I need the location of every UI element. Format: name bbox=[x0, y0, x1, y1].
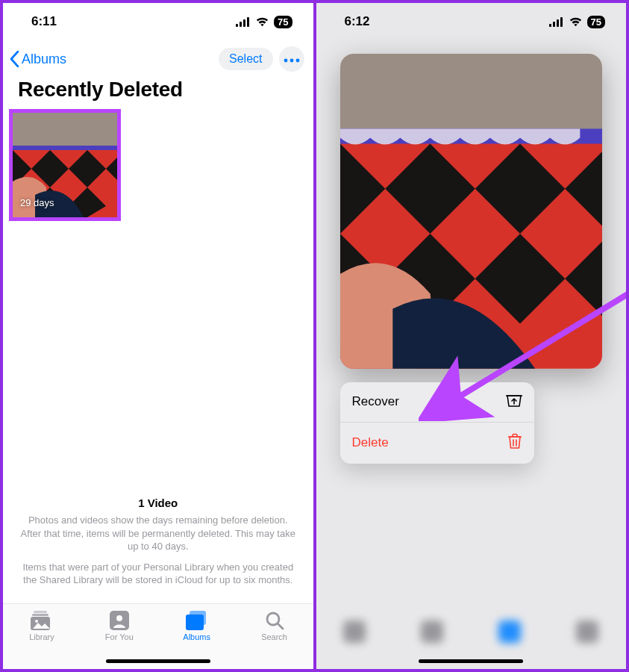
svg-point-22 bbox=[116, 615, 122, 621]
phone-screenshot-context-menu: 6:12 75 bbox=[316, 0, 630, 672]
battery-icon: 75 bbox=[587, 16, 605, 28]
back-button[interactable]: Albums bbox=[9, 51, 66, 67]
tab-library[interactable]: Library bbox=[12, 610, 72, 641]
tab-label: Library bbox=[29, 632, 54, 641]
context-menu: Recover Delete bbox=[340, 382, 534, 464]
svg-rect-30 bbox=[560, 17, 563, 27]
nav-bar: Albums Select bbox=[3, 40, 313, 78]
tab-for-you[interactable]: For You bbox=[90, 610, 149, 641]
cellular-signal-icon bbox=[549, 17, 564, 27]
svg-point-5 bbox=[290, 59, 293, 63]
ellipsis-icon bbox=[284, 52, 300, 66]
photo-thumbnail[interactable]: 29 days bbox=[9, 109, 121, 221]
tab-search[interactable]: Search bbox=[245, 610, 304, 641]
search-icon bbox=[265, 610, 284, 631]
back-label: Albums bbox=[22, 52, 66, 67]
tab-label: For You bbox=[105, 632, 134, 641]
library-icon bbox=[31, 610, 53, 631]
footer-text-1: Photos and videos show the days remainin… bbox=[19, 514, 297, 553]
home-indicator[interactable] bbox=[106, 659, 210, 663]
svg-rect-31 bbox=[340, 54, 603, 136]
svg-point-20 bbox=[35, 620, 38, 623]
svg-rect-3 bbox=[247, 17, 249, 27]
phone-screenshot-list: 6:11 75 Albums Select Recently Deleted bbox=[0, 0, 316, 672]
svg-line-26 bbox=[278, 623, 283, 629]
more-button[interactable] bbox=[279, 46, 304, 72]
tab-label: Search bbox=[261, 632, 287, 641]
menu-recover[interactable]: Recover bbox=[340, 382, 534, 422]
svg-rect-18 bbox=[32, 614, 48, 616]
svg-point-4 bbox=[284, 59, 287, 63]
page-title: Recently Deleted bbox=[3, 78, 313, 109]
svg-rect-1 bbox=[240, 22, 242, 27]
svg-rect-2 bbox=[243, 19, 245, 27]
recover-icon bbox=[506, 393, 522, 411]
svg-rect-29 bbox=[557, 19, 559, 27]
wifi-icon bbox=[255, 16, 269, 27]
status-bar: 6:12 75 bbox=[316, 3, 627, 40]
status-right: 75 bbox=[549, 16, 605, 28]
svg-point-6 bbox=[295, 59, 299, 63]
battery-icon: 75 bbox=[274, 16, 292, 28]
footer-text-2: Items that were part of your Personal Li… bbox=[19, 561, 297, 587]
svg-rect-28 bbox=[553, 22, 555, 27]
status-right: 75 bbox=[236, 16, 292, 28]
preview-image bbox=[340, 54, 603, 369]
tab-label: Albums bbox=[183, 632, 210, 641]
tab-albums[interactable]: Albums bbox=[167, 610, 227, 641]
select-button[interactable]: Select bbox=[219, 48, 272, 70]
svg-rect-27 bbox=[549, 24, 551, 27]
photo-grid: 29 days bbox=[3, 109, 313, 221]
for-you-icon bbox=[110, 610, 129, 631]
cellular-signal-icon bbox=[236, 17, 251, 27]
trash-icon bbox=[507, 433, 522, 453]
status-time: 6:12 bbox=[345, 14, 370, 29]
status-bar: 6:11 75 bbox=[3, 3, 313, 40]
wifi-icon bbox=[569, 16, 583, 27]
item-count: 1 Video bbox=[19, 496, 297, 511]
albums-icon bbox=[186, 610, 208, 631]
status-time: 6:11 bbox=[31, 14, 57, 29]
menu-label: Recover bbox=[352, 394, 399, 409]
svg-rect-24 bbox=[186, 615, 204, 630]
days-remaining-label: 29 days bbox=[20, 197, 54, 208]
menu-delete[interactable]: Delete bbox=[340, 422, 534, 464]
home-indicator[interactable] bbox=[419, 659, 523, 663]
svg-rect-0 bbox=[236, 24, 238, 27]
svg-rect-17 bbox=[34, 611, 47, 613]
footer-info: 1 Video Photos and videos show the days … bbox=[3, 496, 313, 594]
svg-rect-7 bbox=[13, 113, 117, 150]
photo-preview[interactable] bbox=[340, 54, 603, 369]
tab-bar: Library For You Albums Search bbox=[3, 603, 313, 669]
menu-label: Delete bbox=[352, 435, 389, 450]
